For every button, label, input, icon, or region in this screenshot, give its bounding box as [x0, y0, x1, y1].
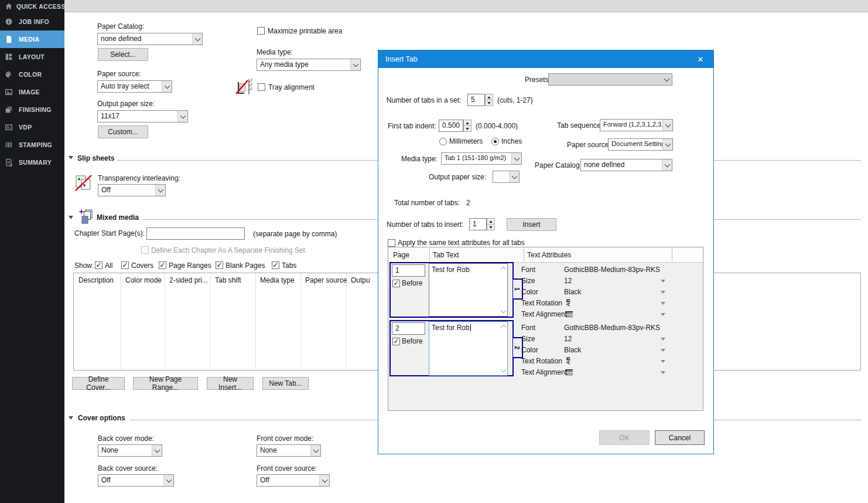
chapter-start-pages-input[interactable]: [146, 227, 245, 240]
sidebar-item-media[interactable]: MEDIA: [0, 30, 64, 48]
page-input[interactable]: 2: [392, 322, 425, 335]
scroll-down-icon[interactable]: [501, 367, 507, 373]
collapse-triangle-icon[interactable]: [69, 156, 73, 159]
output-paper-size-label: Output paper size:: [97, 100, 155, 108]
dialog-paper-source-select[interactable]: Document Setting: [608, 138, 673, 151]
show-blank-pages-checkbox[interactable]: [216, 261, 223, 269]
tab-text-input-focused[interactable]: Test for Rob: [429, 321, 508, 376]
show-all-checkbox[interactable]: [95, 261, 102, 269]
tab-list-header: Page Tab Text Text Attributes: [388, 247, 703, 263]
media-type-select[interactable]: Any media type: [257, 59, 361, 71]
transparency-interleaving-select[interactable]: Off: [98, 184, 166, 196]
tray-alignment-checkbox[interactable]: [258, 83, 265, 91]
apply-all-checkbox[interactable]: [388, 239, 395, 247]
first-tab-indent-stepper[interactable]: [463, 120, 471, 132]
close-icon[interactable]: ✕: [688, 50, 713, 69]
apply-all-label: Apply the same text attributes for all t…: [398, 239, 525, 247]
sidebar-item-finishing[interactable]: FINISHING: [0, 101, 64, 118]
sidebar-item-image[interactable]: IMAGE: [0, 83, 64, 101]
collapse-triangle-icon[interactable]: [69, 416, 73, 420]
first-tab-indent-label: First tab indent:: [388, 122, 436, 130]
before-checkbox[interactable]: [392, 338, 400, 345]
insert-tab-dialog: Insert Tab ✕ Presets: Number of tabs in …: [378, 50, 714, 454]
scroll-up-icon[interactable]: [501, 325, 507, 331]
sidebar-item-label: LAYOUT: [19, 53, 45, 60]
tab-sequence-select[interactable]: Forward (1,2,3,1,2,3...): [600, 119, 673, 131]
show-tabs-checkbox[interactable]: [272, 261, 279, 269]
back-cover-mode-label: Back cover mode:: [98, 434, 154, 443]
transparency-interleaving-icon: [74, 173, 93, 192]
define-cover-button[interactable]: Define Cover...: [72, 377, 125, 390]
show-covers-checkbox[interactable]: [121, 261, 129, 269]
chevron-down-icon[interactable]: [661, 280, 665, 283]
back-cover-mode-select[interactable]: None: [98, 444, 162, 457]
new-tab-button[interactable]: New Tab...: [262, 377, 309, 390]
custom-button[interactable]: Custom...: [98, 125, 148, 138]
select-button[interactable]: Select...: [98, 48, 148, 61]
paper-source-select[interactable]: Auto tray select: [97, 80, 172, 93]
font-attr-label: Font: [521, 324, 535, 332]
first-tab-indent-input[interactable]: 0.500: [439, 120, 463, 132]
presets-select[interactable]: [548, 73, 672, 86]
text-alignment-attr-label: Text Alignment: [521, 368, 567, 376]
cancel-button[interactable]: Cancel: [655, 430, 705, 445]
sidebar-item-job-info[interactable]: JOB INFO: [0, 13, 64, 30]
front-cover-source-select[interactable]: Off: [257, 474, 330, 487]
ok-button[interactable]: OK: [599, 430, 650, 445]
chevron-down-icon[interactable]: [661, 338, 665, 341]
sidebar-item-vdp[interactable]: VDP: [0, 118, 64, 136]
new-insert-button[interactable]: New Insert...: [207, 377, 254, 390]
show-page-ranges-checkbox[interactable]: [159, 261, 166, 269]
table-header-color-mode: Color mode: [125, 276, 162, 284]
table-header-description: Description: [78, 276, 114, 284]
dialog-title-bar[interactable]: Insert Tab: [378, 50, 714, 68]
tab-text-input[interactable]: Test for Rob: [429, 263, 508, 317]
output-paper-size-select[interactable]: 11x17: [97, 110, 188, 123]
front-cover-mode-select[interactable]: None: [257, 444, 321, 457]
back-cover-source-select[interactable]: Off: [98, 474, 174, 487]
chevron-down-icon[interactable]: [661, 313, 665, 316]
sidebar-item-stamping[interactable]: STAMPING: [0, 136, 64, 154]
insert-button[interactable]: Insert: [507, 218, 556, 231]
transparency-interleaving-label: Transparency interleaving:: [98, 174, 180, 182]
sidebar-item-quick-access[interactable]: QUICK ACCESS: [0, 0, 64, 13]
tabs-in-set-input[interactable]: 5: [467, 94, 485, 106]
sidebar-item-color[interactable]: COLOR: [0, 66, 64, 83]
sidebar-item-summary[interactable]: SUMMARY: [0, 154, 64, 171]
dialog-output-size-select[interactable]: [493, 171, 520, 183]
chevron-down-icon[interactable]: [661, 360, 665, 363]
sidebar: QUICK ACCESS JOB INFO MEDIA LAYOUT COLOR…: [0, 0, 64, 503]
millimeters-radio[interactable]: [439, 138, 447, 145]
before-checkbox[interactable]: [392, 280, 400, 287]
inches-radio[interactable]: [491, 138, 499, 145]
scroll-up-icon[interactable]: [501, 267, 507, 273]
chevron-down-icon[interactable]: [661, 302, 665, 305]
sidebar-item-layout[interactable]: LAYOUT: [0, 48, 64, 66]
new-page-range-button[interactable]: New Page Range...: [133, 377, 198, 390]
define-chapter-label: Define Each Chapter As A Separate Finish…: [151, 246, 305, 254]
color-attr-label: Color: [521, 288, 538, 296]
tab-sequence-label: Tab sequence:: [557, 121, 603, 130]
paper-catalog-label: Paper Catalog:: [97, 22, 144, 30]
collapse-triangle-icon[interactable]: [69, 216, 73, 219]
tabs-in-set-stepper[interactable]: [485, 94, 493, 106]
chevron-down-icon[interactable]: [661, 371, 665, 374]
chevron-down-icon[interactable]: [661, 349, 665, 352]
table-header-paper-source: Paper source: [305, 276, 347, 284]
col-tab-text-header: Tab Text: [433, 251, 459, 259]
text-alignment-lines-icon: [565, 369, 573, 376]
chevron-down-icon: [155, 185, 165, 196]
scroll-down-icon[interactable]: [501, 308, 507, 314]
tabs-to-insert-stepper[interactable]: [487, 218, 495, 230]
paper-catalog-select[interactable]: none defined: [97, 33, 203, 45]
dialog-title: Insert Tab: [385, 55, 418, 63]
page-input[interactable]: 1: [392, 264, 425, 277]
dialog-paper-catalog-select[interactable]: none defined: [580, 159, 672, 171]
dialog-media-type-select[interactable]: Tab 1 (151-180 g/m2): [441, 152, 522, 165]
chevron-down-icon[interactable]: [661, 291, 665, 294]
tabs-to-insert-input[interactable]: 1: [469, 218, 487, 230]
tab-list-panel: Page Tab Text Text Attributes 1 1 Before…: [388, 247, 703, 411]
define-chapter-checkbox[interactable]: [141, 246, 149, 254]
millimeters-label: Millimeters: [449, 137, 483, 145]
maximize-printable-area-checkbox[interactable]: [257, 27, 265, 35]
